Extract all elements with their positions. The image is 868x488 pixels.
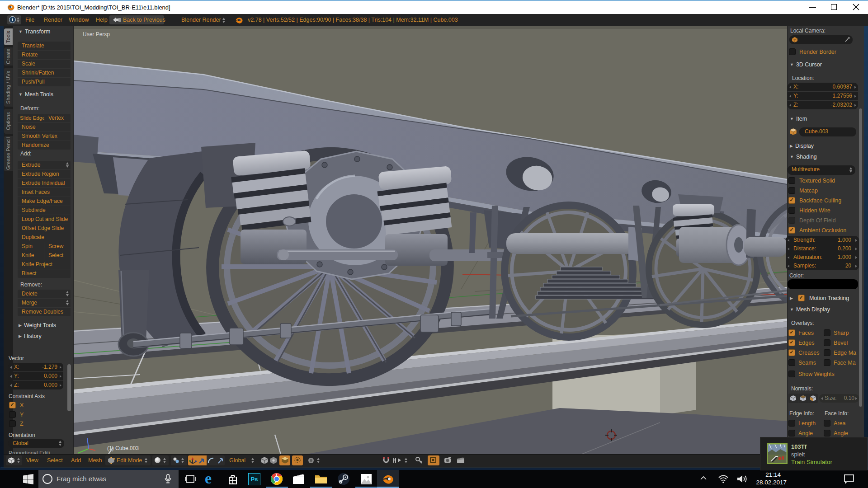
svg-text:User Persp: User Persp — [83, 31, 110, 38]
svg-text:(1) Cube.003: (1) Cube.003 — [107, 445, 139, 451]
